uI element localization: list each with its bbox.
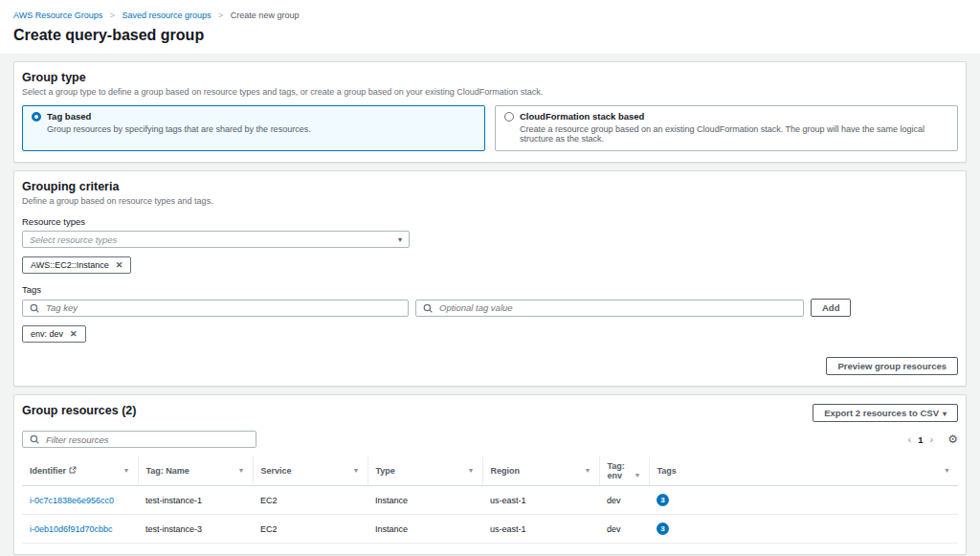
tag-token-label: env: dev [31,329,63,339]
resources-table: Identifier▼ Tag: Name▼ Service▼ Type▼ Re… [22,456,958,544]
cell-service: EC2 [253,486,368,515]
cell-service: EC2 [253,515,368,544]
group-resources-panel: Group resources (2) Export 2 resources t… [13,394,967,555]
breadcrumb-current: Create new group [231,11,300,20]
sort-icon[interactable]: ▼ [238,467,245,474]
column-tag-name[interactable]: Tag: Name▼ [138,456,253,486]
chevron-down-icon: ▾ [398,235,402,244]
gear-icon[interactable]: ⚙ [947,433,958,446]
search-icon [423,303,433,313]
breadcrumb-link-saved-groups[interactable]: Saved resource groups [122,11,212,20]
tile-cloudformation-based[interactable]: CloudFormation stack based Create a reso… [495,105,958,151]
page-number[interactable]: 1 [918,434,923,445]
tile-tag-based[interactable]: Tag based Group resources by specifying … [22,105,485,151]
external-link-icon [69,466,77,474]
tag-key-field[interactable] [22,300,409,317]
preview-group-resources-button[interactable]: Preview group resources [826,357,958,375]
tag-value-field[interactable] [415,300,804,317]
filter-resources-field[interactable] [22,431,256,448]
search-icon [30,434,39,444]
grouping-criteria-description: Define a group based on resource types a… [22,196,958,206]
cell-tag-name: test-instance-1 [138,486,253,515]
column-tag-env-label: Tag: env [608,461,625,480]
table-header-row: Identifier▼ Tag: Name▼ Service▼ Type▼ Re… [22,456,958,486]
grouping-criteria-heading: Grouping criteria [22,180,958,193]
column-type-label: Type [376,466,395,476]
filter-resources-input[interactable] [44,434,249,446]
export-csv-label: Export 2 resources to CSV [824,408,939,418]
column-tag-name-label: Tag: Name [146,466,189,476]
pagination: ‹ 1 › ⚙ [908,433,958,446]
grouping-criteria-panel: Grouping criteria Define a group based o… [13,170,967,387]
chevron-down-icon: ▾ [943,410,947,418]
column-region[interactable]: Region▼ [482,456,599,486]
main-content: Group type Select a group type to define… [0,54,980,556]
radio-selected-icon[interactable] [32,112,41,122]
column-service-label: Service [261,466,292,476]
previous-page-icon[interactable]: ‹ [908,434,912,445]
sort-icon[interactable]: ▼ [585,467,591,474]
close-icon[interactable]: ✕ [70,329,78,339]
group-type-heading: Group type [22,71,958,84]
cell-tag-env: dev [599,515,649,544]
column-service[interactable]: Service▼ [253,456,368,486]
export-csv-button[interactable]: Export 2 resources to CSV▾ [813,404,958,422]
resource-identifier-link[interactable]: i-0c7c1838e6e956cc0 [30,496,114,505]
cell-region: us-east-1 [482,486,599,515]
breadcrumb-separator: > [218,11,223,20]
close-icon[interactable]: ✕ [116,260,123,270]
tag-token[interactable]: env: dev ✕ [22,325,86,343]
resource-types-select[interactable]: Select resource types ▾ [22,231,410,248]
next-page-icon[interactable]: › [930,434,934,445]
column-identifier[interactable]: Identifier▼ [22,456,138,486]
resource-types-placeholder: Select resource types [30,234,117,245]
cell-type: Instance [368,515,482,544]
sort-icon[interactable]: ▼ [635,472,641,478]
group-resources-heading: Group resources (2) [22,404,136,417]
tile-tag-based-description: Group resources by specifying tags that … [47,124,476,134]
tags-count-badge[interactable]: 3 [657,523,669,535]
breadcrumb: AWS Resource Groups > Saved resource gro… [13,11,967,20]
tags-label: Tags [22,284,958,295]
tag-key-input[interactable] [44,301,401,314]
tag-value-input[interactable] [437,301,796,314]
table-row: i-0eb10d6f91d70cbbc test-instance-3 EC2 … [22,515,958,544]
add-button[interactable]: Add [811,299,851,317]
resource-type-token-label: AWS::EC2::Instance [31,260,109,270]
cell-tag-name: test-instance-3 [138,515,253,544]
cell-type: Instance [368,486,482,515]
tile-cloudformation-label: CloudFormation stack based [520,111,644,122]
column-type[interactable]: Type▼ [368,456,482,486]
page-header: AWS Resource Groups > Saved resource gro… [0,0,980,54]
tags-count-badge[interactable]: 3 [657,494,669,506]
cell-tag-env: dev [599,486,649,515]
column-tags-label: Tags [657,466,677,476]
tile-cloudformation-description: Create a resource group based on an exis… [520,124,948,144]
breadcrumb-separator: > [110,11,115,20]
group-type-description: Select a group type to define a group ba… [22,87,958,97]
breadcrumb-link-resource-groups[interactable]: AWS Resource Groups [13,11,102,20]
resource-types-label: Resource types [22,216,958,227]
page-title: Create query-based group [13,27,967,44]
resource-type-token[interactable]: AWS::EC2::Instance ✕ [22,256,131,274]
column-region-label: Region [491,466,521,476]
search-icon [30,303,39,313]
column-tags[interactable]: Tags▼ [649,456,958,486]
group-type-panel: Group type Select a group type to define… [13,61,967,163]
column-identifier-label: Identifier [30,466,66,476]
sort-icon[interactable]: ▼ [468,467,475,474]
table-row: i-0c7c1838e6e956cc0 test-instance-1 EC2 … [22,486,958,515]
sort-icon[interactable]: ▼ [944,467,950,474]
sort-icon[interactable]: ▼ [353,467,360,474]
group-type-options: Tag based Group resources by specifying … [22,105,958,151]
tile-tag-based-label: Tag based [47,111,91,122]
column-tag-env[interactable]: Tag: env▼ [599,456,649,486]
sort-icon[interactable]: ▼ [123,467,130,474]
radio-unselected-icon[interactable] [504,112,514,122]
cell-region: us-east-1 [482,515,599,544]
resource-identifier-link[interactable]: i-0eb10d6f91d70cbbc [30,524,113,534]
